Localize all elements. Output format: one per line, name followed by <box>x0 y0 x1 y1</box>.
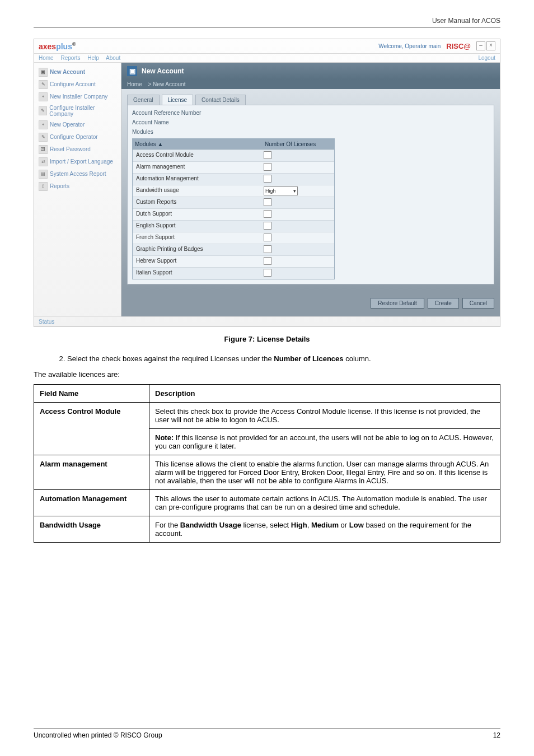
field-account-name: Account Name <box>132 119 489 125</box>
intro-text: The available licences are: <box>34 370 500 379</box>
menu-help[interactable]: Help <box>87 55 99 61</box>
page-footer: Uncontrolled when printed © RISCO Group … <box>34 729 500 739</box>
note-text: If this license is not provided for an a… <box>155 433 494 450</box>
window-controls: – × <box>476 41 495 50</box>
sidebar-item-import-export-language[interactable]: ⇄Import / Export Language <box>38 156 118 168</box>
checkbox-alarm-management[interactable] <box>264 163 271 171</box>
chevron-down-icon: ▾ <box>293 187 296 195</box>
grid-header-modules[interactable]: Modules ▲ <box>133 139 263 150</box>
grid-row: Hebrew Support <box>133 255 334 267</box>
field-label: Account Reference Number <box>132 110 205 116</box>
step-text: column. <box>344 354 371 363</box>
minimize-button[interactable]: – <box>476 41 485 50</box>
create-button[interactable]: Create <box>428 298 459 309</box>
tab-body: Account Reference Number Account Name Mo… <box>127 105 494 284</box>
checkbox-english-support[interactable] <box>264 222 271 230</box>
tab-license[interactable]: License <box>162 95 193 105</box>
sidebar-item-reports[interactable]: ▯Reports <box>38 180 118 193</box>
breadcrumb: Home > New Account <box>121 80 500 89</box>
sidebar-item-new-installer-company[interactable]: +New Installer Company <box>38 91 118 103</box>
breadcrumb-sep: > <box>148 81 151 87</box>
cancel-button[interactable]: Cancel <box>462 298 494 309</box>
dropdown-value: High <box>265 188 276 194</box>
col-description: Description <box>149 384 500 402</box>
dropdown-bandwidth-usage[interactable]: High ▾ <box>264 186 298 195</box>
sidebar-item-configure-account[interactable]: ✎Configure Account <box>38 78 118 91</box>
text-bold: Low <box>349 521 364 529</box>
step-text: Select the check boxes against the requi… <box>67 354 274 363</box>
menu-reports[interactable]: Reports <box>60 55 80 61</box>
checkbox-automation-management[interactable] <box>264 175 271 183</box>
button-row: Restore Default Create Cancel <box>121 290 500 316</box>
cell-module: Access Control Module <box>133 150 260 161</box>
checkbox-french-support[interactable] <box>264 234 271 241</box>
text: , <box>307 521 311 529</box>
cell-description: This license allows the client to enable… <box>149 455 500 489</box>
cell-field-name: Access Control Module <box>34 402 149 455</box>
cell-field-name: Bandwidth Usage <box>34 516 149 542</box>
sidebar-item-configure-installer-company[interactable]: ✎Configure Installer Company <box>38 103 118 119</box>
grid-row: French Support <box>133 232 334 244</box>
field-account-reference: Account Reference Number <box>132 110 489 116</box>
cell-module: Alarm management <box>133 162 260 173</box>
sidebar-item-label: System Access Report <box>50 171 106 177</box>
sidebar-item-label: Import / Export Language <box>50 158 113 165</box>
main-area: ▣ New Account Home > New Account General… <box>121 63 500 316</box>
sidebar-item-new-account[interactable]: ▣New Account <box>38 66 118 78</box>
panel-title: New Account <box>142 67 184 75</box>
checkbox-access-control[interactable] <box>264 151 271 159</box>
app-titlebar: axesplus® Welcome, Operator main RISC@ –… <box>34 39 500 53</box>
grid-header-num-licenses[interactable]: Number Of Licenses <box>263 139 334 150</box>
cell-description: For the Bandwidth Usage license, select … <box>149 516 500 542</box>
key-icon: ⚿ <box>39 145 48 154</box>
gear-icon: ✎ <box>39 106 47 115</box>
app-screenshot: axesplus® Welcome, Operator main RISC@ –… <box>34 39 500 327</box>
modules-grid: Modules ▲ Number Of Licenses Access Cont… <box>132 138 335 279</box>
grid-row: English Support <box>133 220 334 232</box>
step-2: Select the check boxes against the requi… <box>67 354 500 363</box>
cell-label: Bandwidth Usage <box>40 521 101 529</box>
cell-label: Automation Management <box>40 494 127 503</box>
grid-header: Modules ▲ Number Of Licenses <box>133 139 334 150</box>
text: license, select <box>241 521 291 529</box>
checkbox-italian-support[interactable] <box>264 269 271 277</box>
cell-module: Custom Reports <box>133 197 260 208</box>
sidebar-item-label: New Installer Company <box>50 94 107 100</box>
sidebar-item-new-operator[interactable]: +New Operator <box>38 119 118 131</box>
table-row: Bandwidth Usage For the Bandwidth Usage … <box>34 516 500 542</box>
table-row: Alarm management This license allows the… <box>34 455 500 489</box>
footer-left: Uncontrolled when printed © RISCO Group <box>34 731 162 739</box>
footer-page-number: 12 <box>493 731 500 739</box>
tab-contact-details[interactable]: Contact Details <box>195 95 246 105</box>
sidebar-item-label: Configure Account <box>50 81 96 87</box>
menu-logout[interactable]: Logout <box>478 55 495 61</box>
sidebar-item-configure-operator[interactable]: ✎Configure Operator <box>38 131 118 143</box>
menu-about[interactable]: About <box>106 55 120 61</box>
field-label: Account Name <box>132 119 205 125</box>
checkbox-dutch-support[interactable] <box>264 210 271 218</box>
license-description-table: Field Name Description Access Control Mo… <box>34 384 500 543</box>
tab-general[interactable]: General <box>127 95 160 105</box>
checkbox-custom-reports[interactable] <box>264 198 271 206</box>
field-label: Modules <box>132 129 205 135</box>
app-menubar: Home Reports Help About Logout <box>34 53 500 63</box>
sidebar-item-system-access-report[interactable]: ▤System Access Report <box>38 168 118 180</box>
grid-row: Alarm management <box>133 161 334 173</box>
checkbox-hebrew-support[interactable] <box>264 257 271 265</box>
cell-module: Bandwidth usage <box>133 185 260 197</box>
gear-icon: ✎ <box>39 133 48 142</box>
restore-default-button[interactable]: Restore Default <box>371 298 424 309</box>
menu-home[interactable]: Home <box>39 55 54 61</box>
cell-description: This allows the user to automate certain… <box>149 489 500 516</box>
table-row: Automation Management This allows the us… <box>34 489 500 516</box>
breadcrumb-home[interactable]: Home <box>127 81 142 87</box>
cell-label: Alarm management <box>40 460 107 468</box>
text: or <box>339 521 349 529</box>
plus-icon: + <box>39 120 48 129</box>
sidebar-item-reset-password[interactable]: ⚿Reset Password <box>38 143 118 156</box>
close-button[interactable]: × <box>486 41 495 50</box>
tabs: General License Contact Details <box>127 95 494 105</box>
cell-label: Access Control Module <box>40 407 120 416</box>
checkbox-graphic-printing-badges[interactable] <box>264 245 271 253</box>
transfer-icon: ⇄ <box>39 157 48 166</box>
